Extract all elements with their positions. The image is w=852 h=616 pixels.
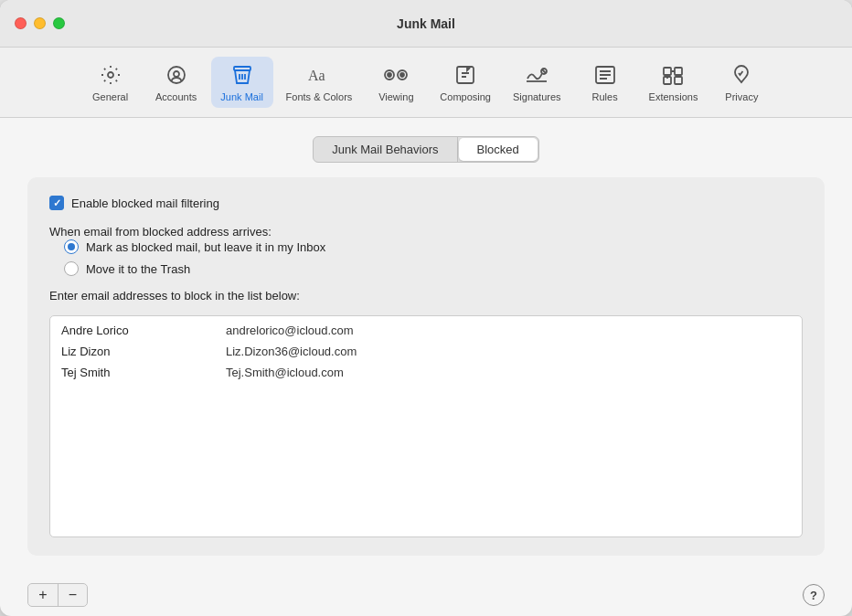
extensions-label: Extensions (649, 91, 698, 102)
minimize-button[interactable] (34, 17, 46, 29)
traffic-lights (15, 17, 65, 29)
accounts-icon (164, 62, 189, 88)
svg-rect-8 (457, 67, 474, 83)
accounts-label: Accounts (155, 91, 197, 102)
radio-row-mark: Mark as blocked mail, but leave it in my… (64, 239, 803, 254)
fonts-colors-icon: Aa (306, 62, 332, 88)
bottom-bar: + − ? (0, 574, 852, 616)
toolbar-item-fonts-colors[interactable]: Aa Fonts & Colors (277, 57, 362, 108)
segment-junk-mail-behaviors[interactable]: Junk Mail Behaviors (314, 137, 456, 162)
toolbar-item-signatures[interactable]: Signatures (504, 57, 570, 108)
window-title: Junk Mail (397, 16, 455, 31)
add-button[interactable]: + (28, 584, 58, 606)
fonts-colors-label: Fonts & Colors (286, 91, 353, 102)
svg-text:Aa: Aa (308, 68, 325, 83)
toolbar-item-composing[interactable]: Composing (431, 57, 500, 108)
segment-blocked[interactable]: Blocked (459, 138, 538, 161)
add-remove-group: + − (27, 583, 88, 607)
email-name-1: Liz Dizon (61, 345, 171, 358)
when-email-label: When email from blocked address arrives: (49, 225, 272, 239)
signatures-label: Signatures (513, 91, 561, 102)
remove-button[interactable]: − (58, 584, 87, 606)
toolbar-item-general[interactable]: General (80, 57, 142, 108)
enable-checkbox-row: Enable blocked mail filtering (49, 196, 803, 210)
radio-move-label: Move it to the Trash (86, 262, 190, 276)
svg-point-7 (400, 73, 404, 77)
enable-checkbox-label: Enable blocked mail filtering (71, 196, 219, 210)
svg-rect-14 (675, 77, 682, 84)
svg-rect-2 (234, 67, 250, 70)
radio-mark-blocked[interactable] (64, 239, 79, 254)
email-list-item[interactable]: Andre Lorico andrelorico@icloud.com (50, 320, 802, 341)
email-name-0: Andre Lorico (61, 324, 171, 337)
svg-rect-11 (664, 68, 671, 75)
toolbar-item-viewing[interactable]: Viewing (365, 57, 427, 108)
viewing-label: Viewing (378, 91, 413, 102)
settings-panel: Enable blocked mail filtering When email… (27, 177, 825, 556)
svg-point-0 (108, 72, 113, 78)
viewing-icon (383, 62, 409, 88)
content-area: Junk Mail Behaviors Blocked Enable block… (0, 118, 852, 574)
toolbar-item-rules[interactable]: Rules (574, 57, 636, 108)
email-list-item[interactable]: Tej Smith Tej.Smith@icloud.com (50, 362, 802, 383)
title-bar: Junk Mail (0, 0, 852, 48)
composing-icon (453, 62, 478, 88)
email-address-1: Liz.Dizon36@icloud.com (226, 345, 357, 358)
general-icon (98, 62, 123, 88)
radio-move-trash[interactable] (64, 261, 79, 276)
help-button[interactable]: ? (803, 584, 825, 606)
when-email-section: When email from blocked address arrives:… (49, 223, 803, 276)
privacy-label: Privacy (725, 91, 758, 102)
radio-group: Mark as blocked mail, but leave it in my… (49, 239, 803, 276)
segment-divider (457, 137, 458, 162)
enter-email-label: Enter email addresses to block in the li… (49, 289, 803, 303)
email-list[interactable]: Andre Lorico andrelorico@icloud.com Liz … (49, 315, 803, 537)
toolbar-item-accounts[interactable]: Accounts (145, 57, 208, 108)
email-list-item[interactable]: Liz Dizon Liz.Dizon36@icloud.com (50, 341, 802, 362)
rules-label: Rules (592, 91, 618, 102)
svg-point-6 (388, 73, 391, 77)
general-label: General (92, 91, 128, 102)
junk-mail-label: Junk Mail (220, 91, 262, 102)
close-button[interactable] (15, 17, 27, 29)
svg-rect-12 (675, 68, 682, 75)
svg-point-1 (168, 67, 185, 83)
radio-mark-label: Mark as blocked mail, but leave it in my… (86, 240, 325, 254)
radio-row-move: Move it to the Trash (64, 261, 803, 276)
email-name-2: Tej Smith (61, 366, 171, 379)
junk-mail-icon (229, 62, 255, 88)
toolbar: General Accounts Junk Mail (0, 48, 852, 118)
email-address-2: Tej.Smith@icloud.com (226, 366, 344, 379)
maximize-button[interactable] (53, 17, 65, 29)
enable-checkbox[interactable] (49, 196, 64, 210)
toolbar-item-junk-mail[interactable]: Junk Mail (211, 57, 273, 108)
privacy-icon (729, 62, 754, 88)
toolbar-item-privacy[interactable]: Privacy (710, 57, 772, 108)
toolbar-item-extensions[interactable]: Extensions (640, 57, 708, 108)
signatures-icon (524, 62, 549, 88)
email-address-0: andrelorico@icloud.com (226, 324, 354, 337)
segmented-control: Junk Mail Behaviors Blocked (313, 136, 539, 163)
app-window: Junk Mail General Accounts (0, 0, 852, 616)
rules-icon (592, 62, 618, 88)
extensions-icon (660, 62, 686, 88)
composing-label: Composing (440, 91, 491, 102)
